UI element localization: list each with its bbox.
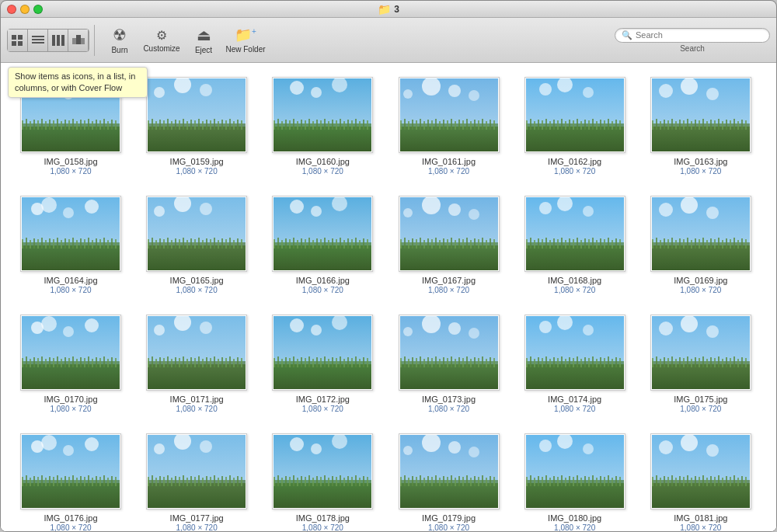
- svg-rect-458: [274, 358, 275, 367]
- file-item[interactable]: IMG_0181.jpg1,080 × 720: [643, 427, 759, 532]
- svg-rect-692: [455, 478, 456, 486]
- svg-point-234: [154, 206, 165, 217]
- svg-rect-617: [155, 478, 157, 486]
- file-item[interactable]: IMG_0162.jpg1,080 × 720: [517, 71, 633, 182]
- svg-rect-169: [619, 120, 621, 130]
- svg-rect-726: [592, 475, 594, 486]
- svg-rect-509: [474, 357, 476, 367]
- svg-rect-312: [439, 240, 441, 249]
- svg-rect-52: [152, 119, 153, 130]
- svg-rect-12: [81, 38, 85, 44]
- svg-rect-252: [198, 238, 200, 249]
- file-item[interactable]: IMG_0166.jpg1,080 × 720: [264, 190, 381, 301]
- svg-point-205: [85, 200, 99, 214]
- svg-rect-712: [538, 476, 539, 486]
- file-size: 1,080 × 720: [176, 405, 218, 413]
- svg-point-360: [681, 197, 698, 214]
- svg-rect-586: [30, 478, 31, 486]
- svg-rect-409: [72, 356, 74, 367]
- file-item[interactable]: IMG_0163.jpg1,080 × 720: [643, 71, 759, 182]
- file-item[interactable]: IMG_0178.jpg1,080 × 720: [264, 427, 381, 532]
- file-item[interactable]: IMG_0177.jpg1,080 × 720: [138, 427, 255, 532]
- column-view-button[interactable]: [48, 30, 68, 51]
- file-item[interactable]: IMG_0180.jpg1,080 × 720: [517, 427, 633, 532]
- file-item[interactable]: IMG_0172.jpg1,080 × 720: [264, 308, 381, 419]
- svg-rect-494: [416, 358, 417, 367]
- svg-rect-287: [340, 238, 341, 249]
- svg-rect-124: [439, 121, 441, 130]
- svg-rect-701: [490, 476, 491, 486]
- file-item[interactable]: IMG_0179.jpg1,080 × 720: [391, 427, 507, 532]
- svg-rect-84: [281, 121, 283, 130]
- svg-rect-243: [163, 239, 165, 249]
- cover-flow-view-button[interactable]: [68, 30, 89, 51]
- svg-rect-418: [107, 359, 109, 367]
- svg-rect-629: [202, 478, 204, 486]
- svg-rect-156: [569, 120, 570, 130]
- file-item[interactable]: IMG_0160.jpg1,080 × 720: [264, 71, 381, 182]
- svg-rect-606: [107, 478, 109, 486]
- file-size: 1,080 × 720: [554, 523, 595, 532]
- svg-rect-468: [312, 359, 314, 367]
- svg-rect-694: [462, 477, 464, 486]
- svg-rect-63: [194, 120, 196, 130]
- customize-icon: ⚙: [156, 28, 167, 43]
- svg-rect-319: [466, 238, 468, 249]
- svg-rect-741: [656, 475, 657, 486]
- minimize-button[interactable]: [20, 5, 30, 14]
- svg-rect-214: [45, 240, 47, 249]
- burn-label: Burn: [111, 46, 127, 54]
- svg-rect-646: [274, 477, 275, 486]
- svg-rect-498: [431, 358, 433, 367]
- customize-button[interactable]: ⚙ Customize: [141, 21, 182, 60]
- svg-rect-528: [553, 357, 555, 367]
- search-box[interactable]: 🔍: [615, 28, 770, 43]
- svg-rect-755: [710, 476, 712, 486]
- eject-button[interactable]: ⏏ Eject: [183, 21, 224, 60]
- svg-rect-607: [111, 476, 113, 486]
- svg-rect-4: [32, 36, 44, 37]
- svg-rect-412: [84, 358, 85, 367]
- file-item[interactable]: IMG_0161.jpg1,080 × 720: [391, 71, 507, 182]
- close-button[interactable]: [7, 5, 16, 14]
- svg-rect-83: [277, 119, 279, 130]
- svg-rect-302: [400, 239, 402, 249]
- svg-rect-597: [72, 475, 74, 486]
- svg-rect-544: [615, 357, 617, 367]
- svg-rect-27: [49, 120, 51, 130]
- maximize-button[interactable]: [33, 5, 43, 14]
- svg-rect-6: [32, 42, 44, 43]
- svg-rect-51: [148, 120, 149, 130]
- new-folder-button[interactable]: 📁+ New Folder: [225, 21, 266, 60]
- file-item[interactable]: IMG_0174.jpg1,080 × 720: [517, 308, 633, 419]
- list-view-button[interactable]: [28, 30, 48, 51]
- file-item[interactable]: IMG_0167.jpg1,080 × 720: [391, 190, 507, 301]
- svg-rect-740: [652, 477, 653, 486]
- file-item[interactable]: IMG_0159.jpg1,080 × 720: [138, 71, 255, 182]
- file-name: IMG_0174.jpg: [548, 395, 601, 404]
- svg-rect-575: [741, 357, 743, 367]
- svg-rect-368: [667, 239, 669, 249]
- svg-rect-678: [400, 477, 402, 486]
- svg-rect-462: [289, 358, 291, 367]
- burn-button[interactable]: ☢ Burn: [99, 21, 140, 60]
- file-item[interactable]: IMG_0170.jpg1,080 × 720: [12, 308, 129, 419]
- svg-rect-441: [202, 359, 204, 367]
- search-input[interactable]: [636, 30, 760, 40]
- file-item[interactable]: IMG_0175.jpg1,080 × 720: [643, 308, 759, 419]
- svg-rect-275: [293, 238, 294, 249]
- file-item[interactable]: IMG_0169.jpg1,080 × 720: [643, 190, 759, 301]
- file-item[interactable]: IMG_0168.jpg1,080 × 720: [517, 190, 633, 301]
- file-item[interactable]: IMG_0165.jpg1,080 × 720: [138, 190, 255, 301]
- file-grid-wrapper[interactable]: IMG_0158.jpg1,080 × 720: [1, 63, 776, 532]
- svg-rect-626: [190, 476, 192, 486]
- file-item[interactable]: IMG_0173.jpg1,080 × 720: [391, 308, 507, 419]
- file-item[interactable]: IMG_0176.jpg1,080 × 720: [12, 427, 129, 532]
- icon-view-button[interactable]: [8, 30, 28, 51]
- file-name: IMG_0177.jpg: [170, 513, 224, 523]
- svg-rect-724: [584, 476, 586, 486]
- thumbnail: [146, 77, 247, 153]
- file-item[interactable]: IMG_0164.jpg1,080 × 720: [12, 190, 129, 301]
- svg-point-487: [469, 328, 479, 339]
- file-item[interactable]: IMG_0171.jpg1,080 × 720: [138, 308, 255, 419]
